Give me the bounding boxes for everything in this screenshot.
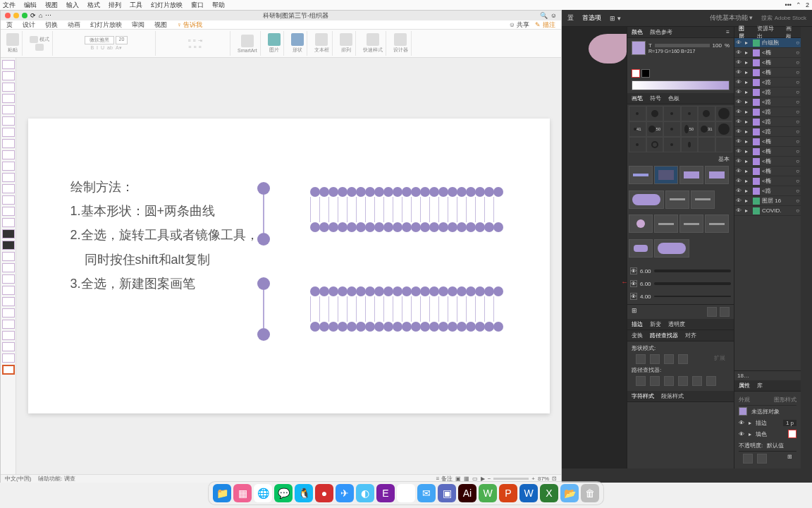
stroke-value[interactable]: 1 p	[783, 420, 796, 426]
thumbnail[interactable]	[2, 105, 15, 114]
stroke-preview[interactable]	[654, 270, 731, 272]
workspace-dropdown[interactable]: 传统基本功能 ▾	[710, 13, 753, 23]
zoom-icon[interactable]	[22, 13, 27, 18]
visibility-icon[interactable]: 👁	[736, 178, 743, 184]
outline-button[interactable]	[692, 376, 702, 386]
reset-icon[interactable]	[35, 44, 44, 51]
dock-folder[interactable]: 📂	[560, 484, 579, 502]
dock-mail[interactable]: ✉	[417, 484, 436, 502]
symbol-item[interactable]	[629, 166, 653, 184]
visibility-icon[interactable]: 👁	[736, 119, 743, 125]
target-icon[interactable]: ○	[796, 79, 799, 85]
mac-menubar[interactable]: 文件 编辑 视图 输入 格式 排列 工具 幻灯片放映 窗口 帮助 ••• ⌃ 2	[0, 0, 812, 10]
target-icon[interactable]: ○	[796, 119, 799, 125]
phospholipid-shape[interactable]	[257, 277, 270, 341]
layers-panel[interactable]: 👁▸白细胞○👁▸<椭○👁▸<椭○👁▸<椭○👁▸<路○👁▸<路○👁▸<路○👁▸<路…	[734, 38, 801, 370]
layout-icon[interactable]	[30, 36, 38, 43]
thumbnail[interactable]	[2, 128, 15, 137]
align-center-button[interactable]: ≡	[193, 44, 196, 49]
menu-item[interactable]: 编辑	[24, 1, 37, 10]
eye-icon[interactable]: 👁	[739, 420, 744, 426]
target-icon[interactable]: ○	[796, 198, 799, 204]
menu-item[interactable]: 文件	[3, 1, 16, 10]
thumbnail[interactable]	[2, 150, 15, 159]
dock-wechat[interactable]: 💬	[274, 484, 293, 502]
font-size-select[interactable]: 20	[116, 36, 128, 44]
dock-chrome[interactable]: 🌐	[254, 484, 272, 502]
tell-me-button[interactable]: ♀ 告诉我	[177, 20, 202, 30]
thumbnail[interactable]	[2, 116, 15, 126]
black-swatch[interactable]	[641, 69, 650, 78]
accessibility-label[interactable]: 辅助功能: 调查	[38, 475, 75, 483]
phospholipid-shape[interactable]	[257, 182, 270, 246]
brush-item[interactable]	[715, 137, 733, 152]
menu-item[interactable]: 幻灯片放映	[151, 1, 183, 10]
tab-view[interactable]: 视图	[154, 20, 167, 30]
dock-wps[interactable]: W	[479, 484, 497, 502]
tab-swatches[interactable]: 色板	[668, 95, 679, 102]
tab-design[interactable]: 设计	[23, 20, 35, 30]
symbol-item[interactable]	[654, 166, 678, 184]
autosave-icon[interactable]: ⟳	[30, 12, 36, 19]
dock-browser[interactable]: ◐	[356, 484, 374, 502]
dock-excel[interactable]: X	[540, 484, 558, 502]
stroke-width[interactable]: 6.00	[640, 268, 651, 274]
tab-libraries[interactable]: 库	[757, 382, 763, 389]
visibility-icon[interactable]: 👁	[736, 128, 743, 135]
exclude-button[interactable]	[678, 354, 688, 364]
panel-menu-icon[interactable]: ≡	[726, 29, 730, 35]
tab-properties[interactable]: 属性	[739, 382, 750, 389]
thumbnail[interactable]	[2, 139, 15, 148]
thumbnail[interactable]	[2, 94, 15, 103]
visibility-icon[interactable]: 👁	[736, 59, 743, 66]
tab-home[interactable]: 页	[6, 20, 13, 30]
close-icon[interactable]	[5, 13, 11, 18]
thumbnail[interactable]	[2, 274, 15, 284]
visibility-icon[interactable]: 👁	[736, 138, 743, 145]
dock-launchpad[interactable]: ▦	[233, 484, 252, 502]
visibility-icon[interactable]: 👁	[736, 99, 743, 105]
organelle-shape[interactable]	[589, 34, 627, 64]
ppt-titlebar[interactable]: ⟳ ⌂ ⋯ 科研制图第三节-组织器 🔍 ☺	[1, 11, 561, 20]
layer-row[interactable]: 👁▸<椭○	[734, 58, 801, 68]
trim-button[interactable]	[650, 376, 660, 386]
qat-icon[interactable]: ⌂	[39, 12, 42, 19]
shapes-icon[interactable]	[291, 33, 304, 46]
target-icon[interactable]: ○	[796, 148, 799, 155]
stroke-label[interactable]: 描边	[756, 419, 767, 427]
target-icon[interactable]: ○	[796, 128, 799, 135]
symbol-item[interactable]	[654, 239, 689, 258]
tab-slideshow[interactable]: 幻灯片放映	[90, 20, 122, 30]
none-swatch-icon[interactable]	[632, 69, 640, 78]
comments-button[interactable]: ✎ 描注	[535, 20, 555, 30]
quick-styles-icon[interactable]	[367, 33, 379, 46]
minus-front-button[interactable]	[650, 354, 660, 364]
menu-item[interactable]: 工具	[130, 1, 142, 10]
status-icon[interactable]: •••	[785, 1, 792, 8]
stroke-width[interactable]: 4.00	[640, 294, 651, 300]
minus-back-button[interactable]	[706, 376, 716, 386]
layer-row[interactable]: 👁▸<路○	[734, 186, 801, 196]
eye-icon[interactable]: 👁	[739, 431, 744, 437]
brush-item[interactable]	[646, 137, 664, 152]
dock-dingtalk[interactable]: ✈	[336, 484, 354, 502]
target-icon[interactable]: ○	[796, 168, 799, 174]
thumbnail-selected[interactable]	[2, 365, 15, 375]
symbol-item[interactable]	[705, 214, 729, 233]
layer-row[interactable]: 👁▸<路○	[734, 127, 801, 137]
tab-align[interactable]: 对齐	[685, 332, 696, 339]
thumbnail[interactable]	[2, 320, 15, 329]
thumbnail[interactable]	[2, 331, 15, 340]
textbox-icon[interactable]	[315, 33, 328, 46]
qat-more[interactable]: ⋯	[45, 12, 51, 19]
target-icon[interactable]: ○	[796, 178, 799, 184]
visibility-icon[interactable]: 👁	[736, 109, 743, 115]
indent-button[interactable]: ⇥	[198, 38, 202, 44]
thumbnail[interactable]	[2, 342, 15, 351]
thumbnail[interactable]	[2, 71, 15, 80]
brush-item[interactable]	[681, 137, 699, 152]
brush-item[interactable]: 50	[646, 121, 664, 137]
stroke-width[interactable]: 6.00	[640, 281, 651, 287]
target-icon[interactable]: ○	[796, 109, 799, 115]
layer-row[interactable]: 👁▸<路○	[734, 117, 801, 127]
